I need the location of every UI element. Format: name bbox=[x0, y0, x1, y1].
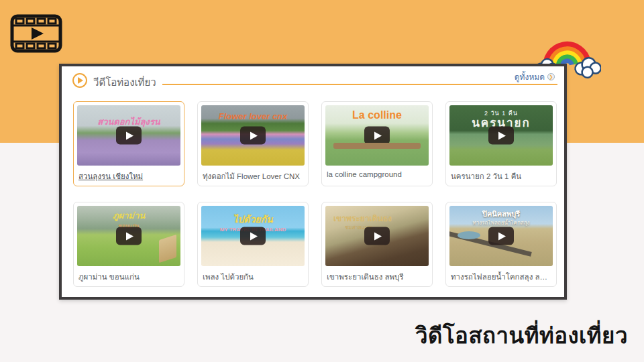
video-card-flower-lover-cnx[interactable]: Flower lover cnx ทุ่งดอกไม้ Flower Lover… bbox=[197, 101, 309, 186]
play-button-icon bbox=[364, 227, 390, 245]
play-circle-icon bbox=[72, 73, 87, 88]
video-grid: สวนดอกไม้ลุงรน สวนลุงรน เชียงใหม่ Flower… bbox=[73, 101, 557, 287]
thumbnail-overlay-title: La colline bbox=[325, 109, 429, 121]
play-button-icon bbox=[488, 127, 514, 145]
thumbnail-overlay-topline: 2 วัน 1 คืน bbox=[449, 110, 553, 117]
video-title: la colline campground bbox=[325, 166, 429, 178]
play-button-icon bbox=[116, 227, 142, 245]
video-card-la-colline[interactable]: La colline la colline campground bbox=[321, 101, 433, 186]
thumbnail-overlay-title: เขาพระยาเดินธง bbox=[325, 215, 414, 224]
play-button-icon bbox=[116, 127, 142, 145]
arrow-circle-icon: ❯ bbox=[547, 73, 555, 80]
video-card-suan-lung-ron[interactable]: สวนดอกไม้ลุงรน สวนลุงรน เชียงใหม่ bbox=[73, 101, 184, 186]
video-thumbnail[interactable]: 2 วัน 1 คืน นครนายก bbox=[449, 105, 553, 166]
video-thumbnail[interactable]: ไปด้วยกัน MY TRAVEL IN THAILAND bbox=[201, 206, 305, 266]
video-title: เขาพระยาเดินธง ลพบุรี bbox=[325, 266, 429, 283]
play-button-icon bbox=[240, 227, 266, 245]
thumbnail-overlay-subtitle: ทางรถไฟลอยน้ำโคกสลุง bbox=[449, 220, 553, 226]
thumbnail-overlay-title: ภูผาม่าน bbox=[77, 211, 180, 221]
view-all-link[interactable]: ดูทั้งหมด ❯ bbox=[515, 70, 555, 83]
video-title: ภูผาม่าน ขอนแก่น bbox=[77, 266, 180, 283]
thumbnail-overlay-title: ปิคนิคลพบุรี bbox=[449, 210, 553, 219]
thumbnail-overlay-title: Flower lover cnx bbox=[201, 112, 305, 122]
video-card-khok-salung-railway[interactable]: ปิคนิคลพบุรี ทางรถไฟลอยน้ำโคกสลุง ทางรถไ… bbox=[445, 202, 557, 287]
thumbnail-overlay-title: ไปด้วยกัน bbox=[201, 214, 305, 225]
panel-header: วีดีโอท่องเที่ยว ดูทั้งหมด ❯ bbox=[62, 66, 564, 97]
video-thumbnail[interactable]: La colline bbox=[325, 105, 429, 166]
play-button-icon bbox=[364, 127, 390, 145]
video-card-nakhon-nayok[interactable]: 2 วัน 1 คืน นครนายก นครนายก 2 วัน 1 คืน bbox=[445, 101, 557, 186]
header-divider bbox=[162, 84, 557, 85]
video-thumbnail[interactable]: ภูผาม่าน ขอนแก่น bbox=[77, 206, 180, 266]
video-thumbnail[interactable]: เขาพระยาเดินธง ชมสายแมน bbox=[325, 206, 429, 266]
video-card-pai-duay-kan[interactable]: ไปด้วยกัน MY TRAVEL IN THAILAND เพลง ไปด… bbox=[197, 202, 309, 287]
section-title: วีดีโอท่องเที่ยว bbox=[93, 74, 156, 90]
play-button-icon bbox=[488, 227, 514, 245]
video-title: ทุ่งดอกไม้ Flower Lover CNX bbox=[201, 166, 305, 182]
slide-caption: วิดีโอสถานที่ท่องเที่ยว bbox=[415, 318, 628, 353]
video-section-panel: วีดีโอท่องเที่ยว ดูทั้งหมด ❯ สวนดอกไม้ลุ… bbox=[59, 64, 567, 300]
video-thumbnail[interactable]: Flower lover cnx bbox=[201, 105, 305, 166]
video-title: ทางรถไฟลอยน้ำโคกสลุง ลพบุรี bbox=[449, 266, 553, 283]
video-card-khao-phraya-doen-thong[interactable]: เขาพระยาเดินธง ชมสายแมน เขาพระยาเดินธง ล… bbox=[321, 202, 433, 287]
play-button-icon bbox=[240, 127, 266, 145]
video-title: สวนลุงรน เชียงใหม่ bbox=[77, 166, 180, 182]
film-play-icon bbox=[9, 13, 63, 54]
video-title: นครนายก 2 วัน 1 คืน bbox=[449, 166, 553, 182]
video-title: เพลง ไปด้วยกัน bbox=[201, 266, 305, 283]
video-thumbnail[interactable]: ปิคนิคลพบุรี ทางรถไฟลอยน้ำโคกสลุง bbox=[449, 206, 553, 266]
video-thumbnail[interactable]: สวนดอกไม้ลุงรน bbox=[77, 105, 180, 166]
video-card-phu-pha-man[interactable]: ภูผาม่าน ขอนแก่น ภูผาม่าน ขอนแก่น bbox=[73, 202, 184, 287]
view-all-label: ดูทั้งหมด bbox=[515, 70, 545, 83]
